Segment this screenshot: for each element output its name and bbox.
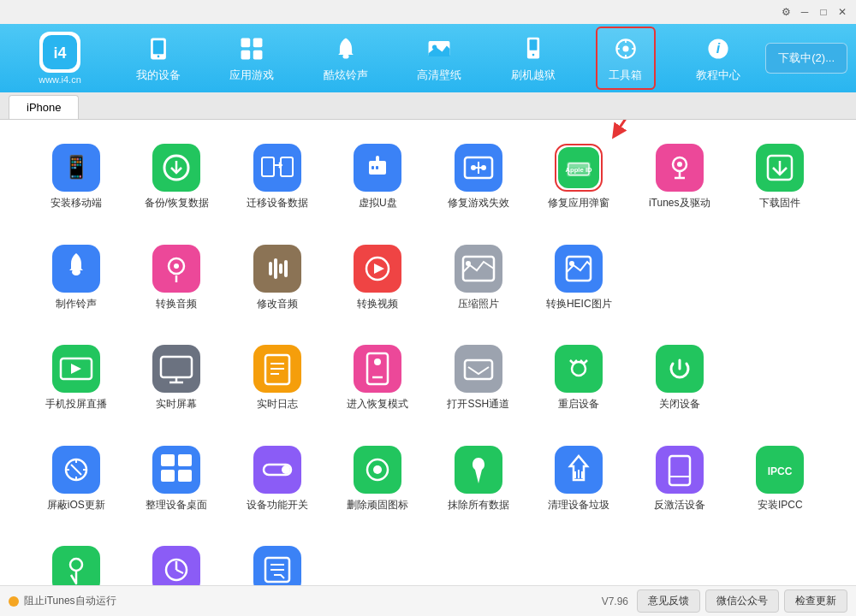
svg-point-57 xyxy=(174,264,179,269)
tool-item-clean-junk[interactable]: 清理设备垃圾 xyxy=(529,439,630,519)
nav-icon-wallpaper xyxy=(424,33,455,64)
minimize-btn[interactable]: ─ xyxy=(798,5,811,19)
tool-item-ph4 xyxy=(328,539,429,585)
wechat-btn[interactable]: 微信公众号 xyxy=(705,589,779,613)
tool-label-clean-junk: 清理设备垃圾 xyxy=(548,499,609,512)
tool-item-break-time[interactable]: 破解时间限额 xyxy=(127,539,228,585)
download-button[interactable]: 下载中(2)... xyxy=(765,43,847,74)
tool-icon-recovery xyxy=(354,345,401,393)
tool-icon-wipe-data xyxy=(455,446,502,494)
tool-item-fix-game[interactable]: 修复游戏失效 xyxy=(428,137,529,217)
close-btn[interactable]: ✕ xyxy=(835,5,849,19)
nav-item-jailbreak[interactable]: 刷机越狱 xyxy=(502,28,564,88)
tool-item-device-toggle[interactable]: 设备功能开关 xyxy=(227,439,328,519)
svg-rect-45 xyxy=(656,144,704,192)
svg-rect-44 xyxy=(568,163,589,168)
tool-item-firmware[interactable]: 下载固件 xyxy=(730,137,831,217)
nav-items: 我的设备 应用游戏 酷炫铃声 高清壁纸 刷机越狱 工具箱 i 教程中心 xyxy=(111,27,765,90)
tool-item-fake-location[interactable]: 虚拟定位 xyxy=(26,539,127,585)
maximize-btn[interactable]: □ xyxy=(817,5,830,19)
tool-label-recovery: 进入恢复模式 xyxy=(347,398,408,412)
tool-icon-itunes xyxy=(656,144,704,192)
tool-item-reboot[interactable]: 重启设备 xyxy=(529,338,630,418)
tool-item-backup[interactable]: 备份/恢复数据 xyxy=(127,137,228,217)
tool-item-migrate[interactable]: 迁移设备数据 xyxy=(227,137,328,217)
tool-item-deactivate[interactable]: 反激活设备 xyxy=(629,439,730,519)
nav-item-my-device[interactable]: 我的设备 xyxy=(128,28,189,88)
tool-item-block-update[interactable]: 屏蔽iOS更新 xyxy=(26,439,127,519)
svg-rect-96 xyxy=(161,454,175,466)
tool-icon-device-toggle xyxy=(253,446,301,494)
version-text: V7.96 xyxy=(602,595,628,607)
settings-icon[interactable]: ⚙ xyxy=(779,5,793,19)
tool-label-itunes: iTunes及驱动 xyxy=(649,197,710,210)
tool-label-audio-edit: 修改音频 xyxy=(257,298,298,311)
tool-label-migrate: 迁移设备数据 xyxy=(247,197,308,210)
nav-label-app-games: 应用游戏 xyxy=(229,68,274,83)
tool-label-fix-game: 修复游戏失效 xyxy=(448,197,509,210)
tool-icon-virtual-u xyxy=(354,144,401,192)
tool-icon-audio-edit xyxy=(253,245,301,293)
tool-icon-migrate xyxy=(253,144,301,192)
update-btn[interactable]: 检查更新 xyxy=(784,589,847,613)
tool-icon-clean-junk xyxy=(555,446,603,494)
svg-point-49 xyxy=(677,162,682,167)
tool-item-recovery[interactable]: 进入恢复模式 xyxy=(328,338,429,418)
iphone-tab[interactable]: iPhone xyxy=(9,95,79,119)
tool-item-ssh[interactable]: 打开SSH通道 xyxy=(428,338,529,418)
tool-item-screen-cast[interactable]: 手机投屏直播 xyxy=(26,338,127,418)
nav-label-toolbox: 工具箱 xyxy=(609,68,642,83)
svg-rect-112 xyxy=(656,446,704,494)
status-buttons: 意见反馈 微信公众号 检查更新 xyxy=(637,589,847,613)
tool-label-heic-convert: 转换HEIC图片 xyxy=(546,298,612,311)
nav-label-tutorials: 教程中心 xyxy=(696,68,740,83)
nav-item-ringtones[interactable]: 酷炫铃声 xyxy=(315,28,377,88)
tool-item-virtual-u[interactable]: 虚拟U盘 xyxy=(328,137,429,217)
svg-rect-98 xyxy=(161,470,175,482)
tool-icon-break-time xyxy=(152,546,200,585)
tool-item-del-stubborn[interactable]: 删除顽固图标 xyxy=(328,439,429,519)
tool-icon-firmware xyxy=(756,144,804,192)
tool-item-placeholder3 xyxy=(730,338,831,418)
tool-icon-shutdown xyxy=(656,345,704,393)
tool-item-heic-convert[interactable]: 转换HEIC图片 xyxy=(529,238,630,318)
tool-item-compress-photo[interactable]: 压缩照片 xyxy=(428,238,529,318)
tool-label-shutdown: 关闭设备 xyxy=(659,398,700,412)
nav-item-wallpaper[interactable]: 高清壁纸 xyxy=(408,28,470,88)
svg-point-88 xyxy=(374,358,381,365)
tool-item-shutdown[interactable]: 关闭设备 xyxy=(629,338,730,418)
tool-label-fix-popup: 修复应用弹窗 xyxy=(548,197,609,210)
feedback-btn[interactable]: 意见反馈 xyxy=(637,589,700,613)
tool-label-wipe-data: 抹除所有数据 xyxy=(448,499,509,512)
svg-text:i4: i4 xyxy=(53,44,66,62)
tool-item-real-screen[interactable]: 实时屏幕 xyxy=(127,338,228,418)
svg-rect-97 xyxy=(178,454,192,466)
tool-item-video-convert[interactable]: 转换视频 xyxy=(328,238,429,318)
tool-item-itunes[interactable]: iTunes及驱动 xyxy=(629,137,730,217)
nav-item-app-games[interactable]: 应用游戏 xyxy=(221,28,282,88)
tool-item-ringtone-make[interactable]: 制作铃声 xyxy=(26,238,127,318)
tool-icon-jump-setup xyxy=(253,546,301,585)
tool-item-audio-convert[interactable]: 转换音频 xyxy=(127,238,228,318)
tool-item-audio-edit[interactable]: 修改音频 xyxy=(227,238,328,318)
svg-rect-63 xyxy=(284,260,288,277)
svg-text:i: i xyxy=(716,41,721,56)
svg-point-4 xyxy=(157,56,159,58)
svg-rect-7 xyxy=(241,50,251,60)
tool-item-placeholder1 xyxy=(629,238,730,318)
nav-item-toolbox[interactable]: 工具箱 xyxy=(596,27,656,90)
svg-rect-62 xyxy=(279,264,282,274)
tool-item-install-ipcc[interactable]: IPCC 安装IPCC xyxy=(730,439,831,519)
tool-item-organize-desktop[interactable]: 整理设备桌面 xyxy=(127,439,228,519)
svg-rect-34 xyxy=(376,166,378,169)
nav-label-my-device: 我的设备 xyxy=(136,68,181,83)
tool-item-install-app[interactable]: 📱 安装移动端 xyxy=(26,137,127,217)
tool-item-fix-popup[interactable]: Apple ID 修复应用弹窗 xyxy=(529,137,630,217)
status-bar: 阻止iTunes自动运行 V7.96 意见反馈 微信公众号 检查更新 xyxy=(0,585,856,616)
status-dot xyxy=(9,596,19,607)
tool-item-wipe-data[interactable]: 抹除所有数据 xyxy=(428,439,529,519)
nav-item-tutorials[interactable]: i 教程中心 xyxy=(687,28,749,88)
svg-point-9 xyxy=(342,54,348,58)
tool-item-real-log[interactable]: 实时日志 xyxy=(227,338,328,418)
tool-item-jump-setup[interactable]: 跳过设置向导 xyxy=(227,539,328,585)
